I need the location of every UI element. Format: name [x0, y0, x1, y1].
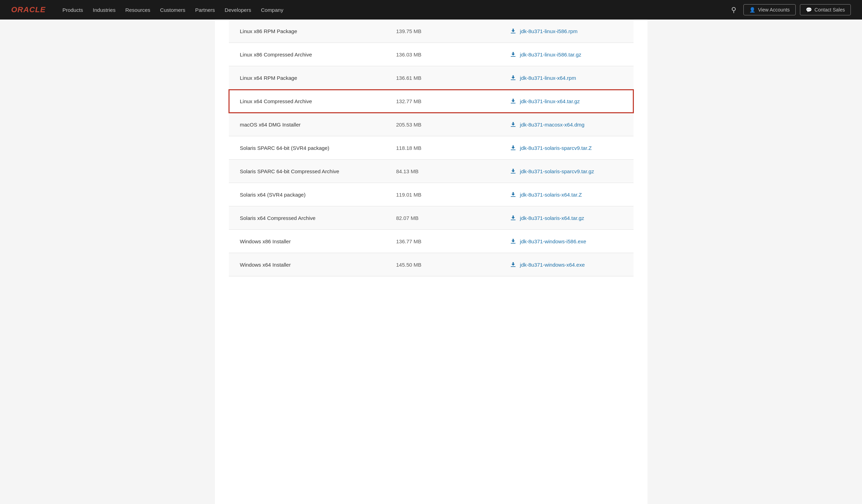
download-link[interactable]: jdk-8u371-linux-i586.rpm — [509, 27, 628, 35]
filename: jdk-8u371-linux-x64.rpm — [520, 75, 576, 81]
download-link[interactable]: jdk-8u371-macosx-x64.dmg — [509, 121, 628, 128]
file-size: 119.01 MB — [391, 183, 504, 206]
file-download-cell: jdk-8u371-solaris-x64.tar.gz — [504, 206, 633, 230]
table-row: Linux x86 RPM Package139.75 MB jdk-8u371… — [229, 20, 634, 43]
file-description: Solaris SPARC 64-bit Compressed Archive — [229, 160, 391, 183]
contact-sales-button[interactable]: 💬 Contact Sales — [800, 4, 851, 15]
nav-company[interactable]: Company — [261, 7, 283, 13]
table-row: Windows x86 Installer136.77 MB jdk-8u371… — [229, 230, 634, 253]
download-icon — [509, 27, 517, 35]
download-icon — [509, 97, 517, 105]
file-download-cell: jdk-8u371-windows-x64.exe — [504, 253, 633, 276]
nav-resources[interactable]: Resources — [125, 7, 150, 13]
file-description: Solaris x64 (SVR4 package) — [229, 183, 391, 206]
account-icon: 👤 — [749, 7, 755, 13]
file-download-cell: jdk-8u371-macosx-x64.dmg — [504, 113, 633, 136]
main-content: Linux x86 RPM Package139.75 MB jdk-8u371… — [215, 20, 647, 504]
search-icon: ⚲ — [731, 6, 736, 14]
file-description: Linux x64 Compressed Archive — [229, 90, 391, 113]
filename: jdk-8u371-solaris-sparcv9.tar.gz — [520, 168, 594, 174]
file-description: Linux x86 Compressed Archive — [229, 43, 391, 66]
download-table: Linux x86 RPM Package139.75 MB jdk-8u371… — [229, 20, 634, 276]
table-row: Solaris SPARC 64-bit (SVR4 package)118.1… — [229, 136, 634, 160]
download-icon — [509, 191, 517, 198]
search-button[interactable]: ⚲ — [728, 4, 739, 15]
file-size: 84.13 MB — [391, 160, 504, 183]
download-link[interactable]: jdk-8u371-solaris-x64.tar.Z — [509, 191, 628, 198]
table-row: Solaris SPARC 64-bit Compressed Archive8… — [229, 160, 634, 183]
filename: jdk-8u371-solaris-x64.tar.Z — [520, 192, 582, 198]
file-description: Solaris SPARC 64-bit (SVR4 package) — [229, 136, 391, 160]
file-description: Solaris x64 Compressed Archive — [229, 206, 391, 230]
download-link[interactable]: jdk-8u371-solaris-x64.tar.gz — [509, 214, 628, 222]
download-icon — [509, 214, 517, 222]
download-link[interactable]: jdk-8u371-solaris-sparcv9.tar.gz — [509, 167, 628, 175]
nav-customers[interactable]: Customers — [160, 7, 186, 13]
download-icon — [509, 121, 517, 128]
file-size: 82.07 MB — [391, 206, 504, 230]
table-row: Windows x64 Installer145.50 MB jdk-8u371… — [229, 253, 634, 276]
file-download-cell: jdk-8u371-solaris-x64.tar.Z — [504, 183, 633, 206]
filename: jdk-8u371-macosx-x64.dmg — [520, 122, 584, 128]
filename: jdk-8u371-windows-i586.exe — [520, 238, 586, 244]
file-download-cell: jdk-8u371-linux-x64.tar.gz — [504, 90, 633, 113]
navbar-right: ⚲ 👤 View Accounts 💬 Contact Sales — [728, 4, 851, 15]
chat-icon: 💬 — [806, 7, 812, 13]
file-download-cell: jdk-8u371-windows-i586.exe — [504, 230, 633, 253]
navbar: ORACLE Products Industries Resources Cus… — [0, 0, 862, 20]
nav-products[interactable]: Products — [62, 7, 83, 13]
nav-industries[interactable]: Industries — [93, 7, 115, 13]
highlighted-table-row: Linux x64 Compressed Archive132.77 MB jd… — [229, 90, 634, 113]
file-size: 139.75 MB — [391, 20, 504, 43]
contact-sales-label: Contact Sales — [815, 7, 845, 13]
file-size: 136.77 MB — [391, 230, 504, 253]
file-size: 132.77 MB — [391, 90, 504, 113]
download-link[interactable]: jdk-8u371-windows-i586.exe — [509, 237, 628, 245]
file-size: 118.18 MB — [391, 136, 504, 160]
file-download-cell: jdk-8u371-solaris-sparcv9.tar.Z — [504, 136, 633, 160]
download-link[interactable]: jdk-8u371-linux-x64.tar.gz — [509, 97, 628, 105]
filename: jdk-8u371-linux-x64.tar.gz — [520, 98, 580, 104]
download-link[interactable]: jdk-8u371-windows-x64.exe — [509, 261, 628, 268]
filename: jdk-8u371-linux-i586.tar.gz — [520, 52, 581, 58]
file-size: 136.03 MB — [391, 43, 504, 66]
filename: jdk-8u371-linux-i586.rpm — [520, 28, 577, 34]
view-accounts-label: View Accounts — [758, 7, 790, 13]
table-row: Solaris x64 Compressed Archive82.07 MB j… — [229, 206, 634, 230]
filename: jdk-8u371-solaris-x64.tar.gz — [520, 215, 584, 221]
nav-partners[interactable]: Partners — [195, 7, 215, 13]
file-download-cell: jdk-8u371-linux-x64.rpm — [504, 66, 633, 90]
download-icon — [509, 51, 517, 58]
file-description: Linux x86 RPM Package — [229, 20, 391, 43]
file-download-cell: jdk-8u371-linux-i586.tar.gz — [504, 43, 633, 66]
filename: jdk-8u371-windows-x64.exe — [520, 262, 585, 268]
download-link[interactable]: jdk-8u371-solaris-sparcv9.tar.Z — [509, 144, 628, 152]
file-download-cell: jdk-8u371-solaris-sparcv9.tar.gz — [504, 160, 633, 183]
download-icon — [509, 144, 517, 152]
download-icon — [509, 74, 517, 82]
view-accounts-button[interactable]: 👤 View Accounts — [743, 4, 796, 15]
file-size: 205.53 MB — [391, 113, 504, 136]
oracle-logo: ORACLE — [11, 5, 46, 14]
nav-links: Products Industries Resources Customers … — [62, 7, 728, 13]
download-icon — [509, 167, 517, 175]
download-link[interactable]: jdk-8u371-linux-x64.rpm — [509, 74, 628, 82]
table-row: macOS x64 DMG Installer205.53 MB jdk-8u3… — [229, 113, 634, 136]
file-download-cell: jdk-8u371-linux-i586.rpm — [504, 20, 633, 43]
file-description: macOS x64 DMG Installer — [229, 113, 391, 136]
nav-developers[interactable]: Developers — [225, 7, 251, 13]
download-icon — [509, 261, 517, 268]
file-size: 136.61 MB — [391, 66, 504, 90]
file-description: Linux x64 RPM Package — [229, 66, 391, 90]
download-icon — [509, 237, 517, 245]
table-row: Solaris x64 (SVR4 package)119.01 MB jdk-… — [229, 183, 634, 206]
table-row: Linux x64 RPM Package136.61 MB jdk-8u371… — [229, 66, 634, 90]
file-description: Windows x64 Installer — [229, 253, 391, 276]
download-link[interactable]: jdk-8u371-linux-i586.tar.gz — [509, 51, 628, 58]
file-description: Windows x86 Installer — [229, 230, 391, 253]
table-row: Linux x86 Compressed Archive136.03 MB jd… — [229, 43, 634, 66]
file-size: 145.50 MB — [391, 253, 504, 276]
filename: jdk-8u371-solaris-sparcv9.tar.Z — [520, 145, 592, 151]
